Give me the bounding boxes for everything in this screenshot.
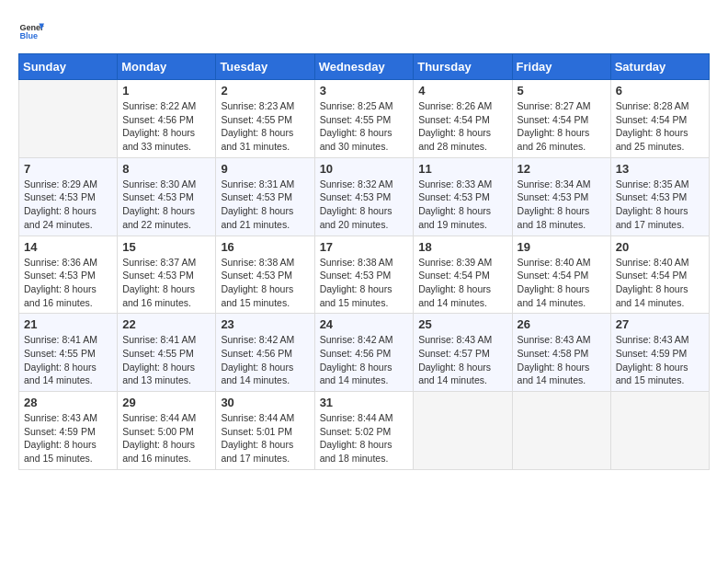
day-info: Sunrise: 8:41 AMSunset: 4:55 PMDaylight:… (122, 333, 210, 387)
day-number: 17 (320, 240, 409, 254)
day-info: Sunrise: 8:41 AMSunset: 4:55 PMDaylight:… (24, 333, 112, 387)
day-info: Sunrise: 8:37 AMSunset: 4:53 PMDaylight:… (122, 256, 210, 310)
day-number: 3 (320, 84, 409, 98)
day-info: Sunrise: 8:34 AMSunset: 4:53 PMDaylight:… (518, 178, 606, 232)
calendar-cell: 2Sunrise: 8:23 AMSunset: 4:55 PMDaylight… (216, 80, 314, 158)
calendar-cell (610, 392, 709, 470)
day-number: 27 (616, 317, 704, 331)
day-info: Sunrise: 8:31 AMSunset: 4:53 PMDaylight:… (221, 178, 309, 232)
day-number: 30 (221, 396, 309, 409)
calendar-cell: 11Sunrise: 8:33 AMSunset: 4:53 PMDayligh… (414, 157, 512, 236)
day-info: Sunrise: 8:42 AMSunset: 4:56 PMDaylight:… (221, 333, 309, 387)
calendar-cell: 23Sunrise: 8:42 AMSunset: 4:56 PMDayligh… (216, 314, 314, 392)
day-info: Sunrise: 8:22 AMSunset: 4:56 PMDaylight:… (122, 99, 210, 154)
day-number: 15 (122, 240, 210, 254)
day-number: 6 (616, 84, 704, 98)
col-header-monday: Monday (118, 54, 216, 80)
day-number: 11 (418, 162, 506, 176)
day-info: Sunrise: 8:42 AMSunset: 4:56 PMDaylight:… (320, 333, 409, 387)
calendar-cell: 18Sunrise: 8:39 AMSunset: 4:54 PMDayligh… (414, 236, 512, 314)
calendar-cell: 10Sunrise: 8:32 AMSunset: 4:53 PMDayligh… (314, 157, 414, 236)
day-number: 13 (616, 162, 704, 176)
day-number: 16 (221, 240, 309, 254)
day-number: 29 (122, 396, 210, 409)
calendar-cell: 6Sunrise: 8:28 AMSunset: 4:54 PMDaylight… (610, 80, 709, 158)
calendar-cell: 17Sunrise: 8:38 AMSunset: 4:53 PMDayligh… (314, 236, 414, 314)
calendar-cell (414, 392, 512, 470)
day-number: 5 (518, 84, 606, 98)
calendar-cell: 3Sunrise: 8:25 AMSunset: 4:55 PMDaylight… (314, 80, 414, 158)
logo: General Blue (18, 18, 44, 44)
calendar-cell (512, 392, 610, 470)
col-header-sunday: Sunday (19, 54, 118, 80)
day-info: Sunrise: 8:26 AMSunset: 4:54 PMDaylight:… (418, 99, 506, 154)
calendar-cell: 30Sunrise: 8:44 AMSunset: 5:01 PMDayligh… (216, 392, 314, 470)
day-info: Sunrise: 8:38 AMSunset: 4:53 PMDaylight:… (320, 256, 409, 310)
day-info: Sunrise: 8:36 AMSunset: 4:53 PMDaylight:… (24, 256, 112, 310)
day-info: Sunrise: 8:29 AMSunset: 4:53 PMDaylight:… (24, 178, 112, 232)
calendar-header-row: SundayMondayTuesdayWednesdayThursdayFrid… (19, 54, 710, 80)
day-number: 7 (24, 162, 112, 176)
day-number: 22 (122, 317, 210, 331)
col-header-wednesday: Wednesday (314, 54, 414, 80)
calendar-cell: 16Sunrise: 8:38 AMSunset: 4:53 PMDayligh… (216, 236, 314, 314)
day-info: Sunrise: 8:38 AMSunset: 4:53 PMDaylight:… (221, 256, 309, 310)
calendar-cell (19, 80, 118, 158)
calendar-cell: 5Sunrise: 8:27 AMSunset: 4:54 PMDaylight… (512, 80, 610, 158)
day-info: Sunrise: 8:27 AMSunset: 4:54 PMDaylight:… (518, 99, 606, 154)
calendar-cell: 21Sunrise: 8:41 AMSunset: 4:55 PMDayligh… (19, 314, 118, 392)
calendar-cell: 1Sunrise: 8:22 AMSunset: 4:56 PMDaylight… (118, 80, 216, 158)
calendar-table: SundayMondayTuesdayWednesdayThursdayFrid… (18, 53, 710, 470)
day-info: Sunrise: 8:25 AMSunset: 4:55 PMDaylight:… (320, 99, 409, 154)
calendar-cell: 26Sunrise: 8:43 AMSunset: 4:58 PMDayligh… (512, 314, 610, 392)
day-info: Sunrise: 8:23 AMSunset: 4:55 PMDaylight:… (221, 99, 309, 154)
calendar-cell: 29Sunrise: 8:44 AMSunset: 5:00 PMDayligh… (118, 392, 216, 470)
day-number: 1 (122, 84, 210, 98)
day-info: Sunrise: 8:39 AMSunset: 4:54 PMDaylight:… (418, 256, 506, 310)
calendar-cell: 14Sunrise: 8:36 AMSunset: 4:53 PMDayligh… (19, 236, 118, 314)
calendar-cell: 7Sunrise: 8:29 AMSunset: 4:53 PMDaylight… (19, 157, 118, 236)
calendar-cell: 22Sunrise: 8:41 AMSunset: 4:55 PMDayligh… (118, 314, 216, 392)
week-row-4: 21Sunrise: 8:41 AMSunset: 4:55 PMDayligh… (19, 314, 710, 392)
day-info: Sunrise: 8:43 AMSunset: 4:58 PMDaylight:… (518, 333, 606, 387)
day-number: 18 (418, 240, 506, 254)
calendar-cell: 12Sunrise: 8:34 AMSunset: 4:53 PMDayligh… (512, 157, 610, 236)
calendar-cell: 27Sunrise: 8:43 AMSunset: 4:59 PMDayligh… (610, 314, 709, 392)
day-number: 8 (122, 162, 210, 176)
day-info: Sunrise: 8:43 AMSunset: 4:59 PMDaylight:… (616, 333, 704, 387)
day-number: 20 (616, 240, 704, 254)
logo-icon: General Blue (18, 18, 44, 44)
col-header-thursday: Thursday (414, 54, 512, 80)
svg-text:Blue: Blue (19, 31, 38, 40)
day-number: 26 (518, 317, 606, 331)
day-number: 12 (518, 162, 606, 176)
day-number: 2 (221, 84, 309, 98)
calendar-cell: 4Sunrise: 8:26 AMSunset: 4:54 PMDaylight… (414, 80, 512, 158)
day-info: Sunrise: 8:33 AMSunset: 4:53 PMDaylight:… (418, 178, 506, 232)
day-info: Sunrise: 8:43 AMSunset: 4:57 PMDaylight:… (418, 333, 506, 387)
day-number: 28 (24, 396, 112, 409)
day-info: Sunrise: 8:32 AMSunset: 4:53 PMDaylight:… (320, 178, 409, 232)
day-info: Sunrise: 8:35 AMSunset: 4:53 PMDaylight:… (616, 178, 704, 232)
week-row-5: 28Sunrise: 8:43 AMSunset: 4:59 PMDayligh… (19, 392, 710, 470)
col-header-saturday: Saturday (610, 54, 709, 80)
day-number: 14 (24, 240, 112, 254)
day-number: 9 (221, 162, 309, 176)
day-info: Sunrise: 8:43 AMSunset: 4:59 PMDaylight:… (24, 411, 112, 465)
day-info: Sunrise: 8:44 AMSunset: 5:00 PMDaylight:… (122, 411, 210, 465)
day-number: 23 (221, 317, 309, 331)
calendar-cell: 25Sunrise: 8:43 AMSunset: 4:57 PMDayligh… (414, 314, 512, 392)
day-number: 25 (418, 317, 506, 331)
calendar-cell: 8Sunrise: 8:30 AMSunset: 4:53 PMDaylight… (118, 157, 216, 236)
calendar-cell: 9Sunrise: 8:31 AMSunset: 4:53 PMDaylight… (216, 157, 314, 236)
day-info: Sunrise: 8:40 AMSunset: 4:54 PMDaylight:… (518, 256, 606, 310)
calendar-cell: 19Sunrise: 8:40 AMSunset: 4:54 PMDayligh… (512, 236, 610, 314)
col-header-tuesday: Tuesday (216, 54, 314, 80)
day-number: 10 (320, 162, 409, 176)
day-info: Sunrise: 8:28 AMSunset: 4:54 PMDaylight:… (616, 99, 704, 154)
calendar-cell: 31Sunrise: 8:44 AMSunset: 5:02 PMDayligh… (314, 392, 414, 470)
day-info: Sunrise: 8:44 AMSunset: 5:01 PMDaylight:… (221, 411, 309, 465)
week-row-1: 1Sunrise: 8:22 AMSunset: 4:56 PMDaylight… (19, 80, 710, 158)
day-number: 31 (320, 396, 409, 409)
day-number: 21 (24, 317, 112, 331)
